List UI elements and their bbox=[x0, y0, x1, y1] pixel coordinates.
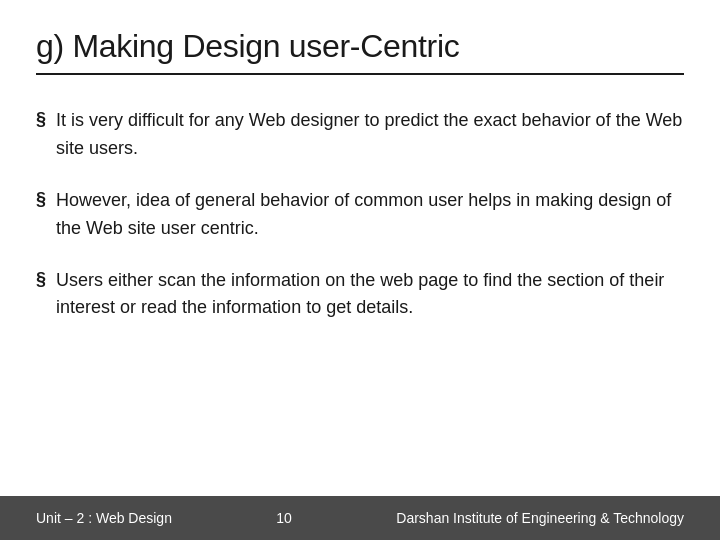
bullet-marker-3: § bbox=[36, 269, 46, 290]
bullet-item-2: § However, idea of general behavior of c… bbox=[36, 187, 684, 243]
bullet-marker-2: § bbox=[36, 189, 46, 210]
bullet-item-3: § Users either scan the information on t… bbox=[36, 267, 684, 323]
title-divider bbox=[36, 73, 684, 75]
bullet-text-3: Users either scan the information on the… bbox=[56, 267, 684, 323]
slide-footer: Unit – 2 : Web Design 10 Darshan Institu… bbox=[0, 496, 720, 540]
bullet-item-1: § It is very difficult for any Web desig… bbox=[36, 107, 684, 163]
footer-institute-label: Darshan Institute of Engineering & Techn… bbox=[396, 510, 684, 526]
footer-unit-label: Unit – 2 : Web Design bbox=[36, 510, 172, 526]
slide-title: g) Making Design user-Centric bbox=[36, 28, 684, 65]
bullet-text-2: However, idea of general behavior of com… bbox=[56, 187, 684, 243]
bullet-marker-1: § bbox=[36, 109, 46, 130]
footer-page-number: 10 bbox=[276, 510, 292, 526]
slide-container: g) Making Design user-Centric § It is ve… bbox=[0, 0, 720, 540]
bullet-text-1: It is very difficult for any Web designe… bbox=[56, 107, 684, 163]
slide-content: § It is very difficult for any Web desig… bbox=[0, 87, 720, 496]
slide-title-area: g) Making Design user-Centric bbox=[0, 0, 720, 87]
